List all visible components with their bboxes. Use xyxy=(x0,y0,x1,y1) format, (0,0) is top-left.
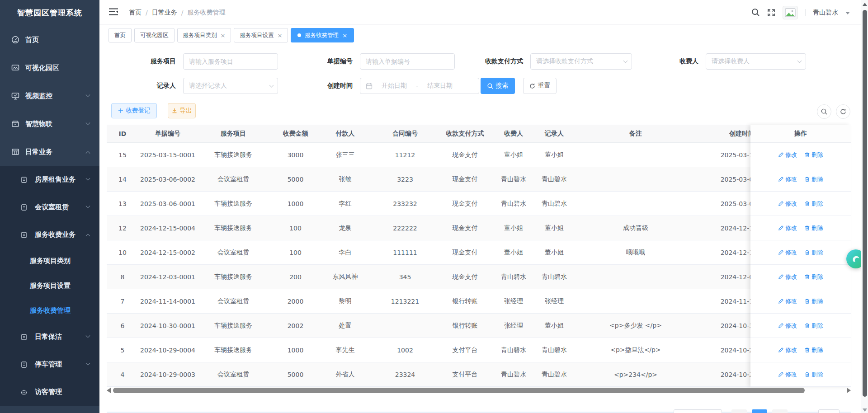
table-header-row: ID单据编号服务项目收费金额付款人合同编号收款支付方式收费人记录人备注创建时间 xyxy=(107,125,750,143)
reset-button[interactable]: 重置 xyxy=(523,78,557,94)
delete-button[interactable]: 删除 xyxy=(804,200,823,208)
sidebar-item[interactable]: 服务项目设置 xyxy=(0,273,99,298)
scroll-up-arrow[interactable] xyxy=(863,3,867,6)
vertical-scrollbar-thumb[interactable] xyxy=(863,10,867,397)
table-cell-id: 13 xyxy=(107,200,138,207)
close-icon[interactable]: × xyxy=(221,33,226,38)
edit-button[interactable]: 修改 xyxy=(778,297,797,305)
table-cell-amount: 2002 xyxy=(269,322,321,329)
delete-button[interactable]: 删除 xyxy=(804,371,823,379)
scroll-right-arrow[interactable] xyxy=(847,388,851,393)
tab-item[interactable]: 服务项目设置× xyxy=(234,28,288,42)
close-icon[interactable]: × xyxy=(277,33,282,38)
pagination-page-size-select[interactable] xyxy=(674,409,722,413)
edit-button[interactable]: 修改 xyxy=(778,151,797,159)
breadcrumb-separator: / xyxy=(146,9,148,16)
edit-button[interactable]: 修改 xyxy=(778,200,797,208)
breadcrumb-item[interactable]: 日常业务 xyxy=(152,9,177,17)
chevron-up-icon xyxy=(86,234,90,238)
table-cell-contract_no: 3223 xyxy=(369,176,441,183)
export-button[interactable]: 导出 xyxy=(168,103,196,118)
pagination-next-button[interactable] xyxy=(772,409,788,413)
register-fee-button[interactable]: 收费登记 xyxy=(111,103,157,118)
breadcrumb-item[interactable]: 首页 xyxy=(129,9,142,17)
tab-item[interactable]: 可视化园区 xyxy=(134,28,175,42)
pagination-jump-input[interactable] xyxy=(818,409,840,413)
delete-button[interactable]: 删除 xyxy=(804,273,823,281)
sidebar-item[interactable]: 停车管理 xyxy=(0,351,99,378)
sidebar-item[interactable]: 房屋租售业务 xyxy=(0,166,99,193)
edit-button[interactable]: 修改 xyxy=(778,249,797,257)
chevron-down-icon[interactable] xyxy=(845,12,850,14)
active-tab-dot xyxy=(297,33,301,37)
fullscreen-icon[interactable] xyxy=(767,9,775,17)
method-select[interactable]: 请选择收款支付方式 xyxy=(530,53,632,70)
tab-item[interactable]: 服务项目类别× xyxy=(177,28,231,42)
date-range-picker[interactable]: 开始日期 - 结束日期 xyxy=(360,78,479,94)
edit-button[interactable]: 修改 xyxy=(778,322,797,330)
table-cell-collector: 青山碧水 xyxy=(489,200,538,208)
delete-button[interactable]: 删除 xyxy=(804,297,823,305)
table-cell-service: 车辆接送服务 xyxy=(197,151,269,159)
delete-button[interactable]: 删除 xyxy=(804,151,823,159)
sidebar-item[interactable]: 日常保洁 xyxy=(0,323,99,351)
delete-button[interactable]: 删除 xyxy=(804,224,823,232)
table-cell-collector: 青山碧水 xyxy=(489,371,538,379)
delete-button[interactable]: 删除 xyxy=(804,346,823,354)
edit-icon xyxy=(778,225,784,231)
table-cell-service: 车辆接送服务 xyxy=(197,200,269,208)
edit-button[interactable]: 修改 xyxy=(778,346,797,354)
pagination-prev-button[interactable] xyxy=(731,409,747,413)
chevron-down-icon xyxy=(86,361,90,366)
tab-item[interactable]: 首页 xyxy=(108,28,132,42)
sidebar-item[interactable]: 视频监控 xyxy=(0,82,99,110)
pagination-current-page[interactable] xyxy=(752,409,767,413)
table-cell-service: 会议室租赁 xyxy=(197,175,269,183)
edit-button[interactable]: 修改 xyxy=(778,371,797,379)
main-area: 首页/日常业务/服务收费管理 青山碧水 首页可视化园区服务项目类别×服务项目设置… xyxy=(99,0,868,413)
sidebar-item[interactable]: 智慧物联 xyxy=(0,110,99,138)
sidebar-collapse-icon[interactable] xyxy=(109,8,118,15)
edit-icon xyxy=(778,152,784,158)
sidebar-item[interactable]: 日常业务 xyxy=(0,138,99,166)
edit-button[interactable]: 修改 xyxy=(778,175,797,183)
collector-select[interactable]: 请选择收费人 xyxy=(706,53,806,70)
table-cell-remark: <p>多少发 </p> xyxy=(570,322,701,330)
sidebar-item-label: 首页 xyxy=(25,36,39,44)
delete-button[interactable]: 删除 xyxy=(804,322,823,330)
edit-button[interactable]: 修改 xyxy=(778,273,797,281)
sidebar-item[interactable]: 服务收费业务 xyxy=(0,221,99,249)
sidebar-item[interactable]: 首页 xyxy=(0,26,99,54)
sidebar-item[interactable]: 会议室租赁 xyxy=(0,193,99,221)
close-icon[interactable]: × xyxy=(342,33,347,38)
doc-icon xyxy=(20,333,28,341)
username[interactable]: 青山碧水 xyxy=(813,9,838,17)
search-button[interactable]: 搜索 xyxy=(481,78,515,94)
scroll-left-arrow[interactable] xyxy=(107,388,111,393)
table-search-toggle-button[interactable] xyxy=(817,104,831,119)
edit-button[interactable]: 修改 xyxy=(778,224,797,232)
video-icon xyxy=(11,92,19,100)
service-input[interactable] xyxy=(183,53,278,70)
order-input[interactable] xyxy=(360,53,455,70)
table-cell-created_visible: 2025-03-06 1 xyxy=(701,200,750,207)
method-label: 收款支付方式 xyxy=(452,57,530,66)
doc-icon xyxy=(20,231,28,239)
table-cell-collector: 张经理 xyxy=(489,322,538,330)
table-refresh-button[interactable] xyxy=(836,104,850,119)
avatar[interactable] xyxy=(783,6,798,19)
horizontal-scrollbar-thumb[interactable] xyxy=(113,388,805,393)
delete-button[interactable]: 删除 xyxy=(804,249,823,257)
sidebar-item[interactable]: 可视化园区 xyxy=(0,54,99,82)
table-cell-contract_no: 1002 xyxy=(369,347,441,354)
sidebar-item[interactable]: 访客管理 xyxy=(0,378,99,406)
delete-icon xyxy=(804,152,810,158)
scroll-down-arrow[interactable] xyxy=(863,408,867,412)
recorder-select[interactable]: 请选择记录人 xyxy=(183,78,278,94)
tab-active[interactable]: 服务收费管理× xyxy=(291,28,354,42)
sidebar-item[interactable]: 服务收费管理 xyxy=(0,298,99,323)
date-end-placeholder: 结束日期 xyxy=(422,82,458,90)
delete-button[interactable]: 删除 xyxy=(804,175,823,183)
sidebar-item[interactable]: 服务项目类别 xyxy=(0,249,99,273)
search-icon[interactable] xyxy=(751,8,760,17)
